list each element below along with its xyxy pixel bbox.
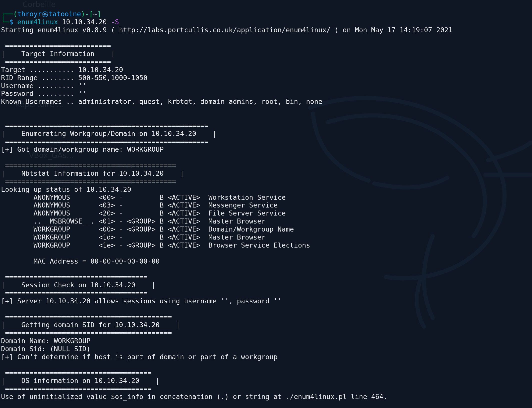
prompt-line-2: └─$ enum4linux 10.10.34.20 -S xyxy=(1,18,119,26)
command-output: Starting enum4linux v0.8.9 ( http://labs… xyxy=(1,26,531,401)
command-arg-flag: -S xyxy=(111,18,119,26)
prompt-line-1: ┌──(throyr㉿tatooine)-[~] xyxy=(1,10,101,18)
prompt-cwd: ~ xyxy=(93,10,97,18)
prompt-dollar: $ xyxy=(9,18,18,26)
prompt-host: tatooine xyxy=(49,10,81,18)
command-name: enum4linux xyxy=(17,18,58,26)
skull-icon: ㉿ xyxy=(42,10,49,18)
prompt-open-bracket: )-[ xyxy=(81,10,93,18)
prompt-close-bracket: ] xyxy=(97,10,101,18)
command-arg-ip: 10.10.34.20 xyxy=(58,18,111,26)
terminal[interactable]: ┌──(throyr㉿tatooine)-[~] └─$ enum4linux … xyxy=(0,0,532,408)
prompt-user: throyr xyxy=(17,10,42,18)
prompt-open-icon: ┌──( xyxy=(1,10,17,18)
prompt-l2-prefix: └─ xyxy=(1,18,9,26)
